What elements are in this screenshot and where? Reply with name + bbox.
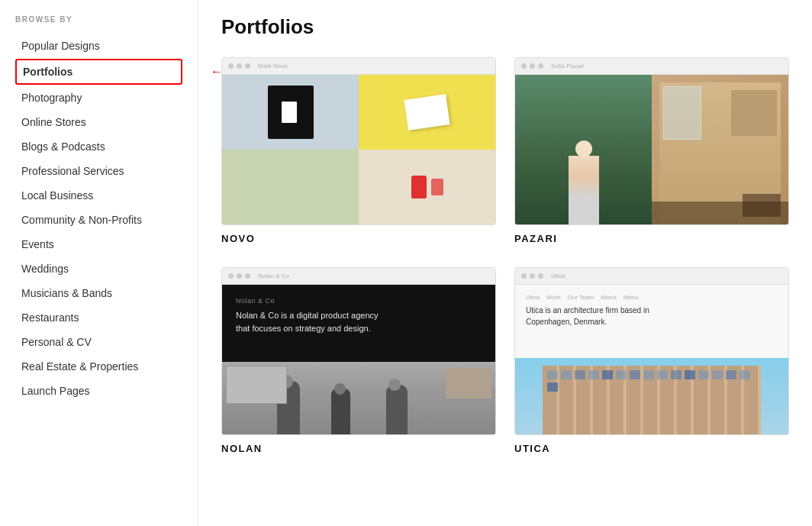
dot2 [530,273,535,279]
sidebar-item-portfolios[interactable]: Portfolios ← [15,59,182,85]
sidebar-item-musicians-bands[interactable]: Musicians & Bands [15,282,182,305]
sidebar-item-launch-pages[interactable]: Launch Pages [15,379,182,402]
novo-cell-light [359,150,495,224]
template-name-novo: NOVO [221,233,496,244]
nolan-content: Nolan & Co Nolan & Co is a digital produ… [222,285,495,434]
utica-nav: Utica Work Our Team About Menu [526,294,778,301]
sidebar-item-local-business[interactable]: Local Business [15,184,182,207]
utica-building-image [515,358,788,434]
pazari-right-panel [652,75,788,224]
utica-description: Utica is an architecture firm based in C… [526,305,663,328]
preview-bar-novo: Mark Novo [222,58,495,75]
nolan-site-title: Nolan & Co [236,297,482,305]
dot2 [530,63,535,69]
template-card-novo[interactable]: Mark Novo [221,57,496,244]
template-preview-utica: Utica Utica Work Our Team About Menu Uti… [514,267,789,435]
pazari-content [515,75,788,224]
sidebar-item-community-nonprofits[interactable]: Community & Non-Profits [15,208,182,231]
sidebar-item-blogs-podcasts[interactable]: Blogs & Podcasts [15,135,182,158]
utica-facade [543,366,761,434]
sidebar-item-events[interactable]: Events [15,233,182,256]
pazari-left-panel [515,75,652,224]
dot3 [245,273,250,279]
dot1 [521,273,527,279]
template-name-utica: UTICA [514,443,789,454]
dot1 [228,63,234,69]
preview-bar-pazari: Sofia Pazari [515,58,788,75]
sidebar-item-professional-services[interactable]: Professional Services [15,160,182,182]
novo-cell-yellow [359,75,495,150]
sidebar-item-real-estate[interactable]: Real Estate & Properties [15,355,182,378]
dot2 [237,63,242,69]
sidebar-item-popular-designs[interactable]: Popular Designs [15,34,182,57]
nolan-people-image [222,362,495,434]
dot3 [245,63,250,69]
sidebar-item-weddings[interactable]: Weddings [15,257,182,280]
novo-content [222,75,495,224]
template-preview-novo: Mark Novo [221,57,496,225]
template-preview-nolan: Nolan & Co Nolan & Co Nolan & Co is a di… [221,267,496,435]
sidebar: BROWSE BY Popular Designs Portfolios ← P… [0,0,198,526]
template-card-nolan[interactable]: Nolan & Co Nolan & Co Nolan & Co is a di… [221,267,496,454]
novo-cell-dark [222,75,359,150]
preview-bar-utica: Utica [515,268,788,285]
page-title: Portfolios [221,15,789,39]
pazari-grid [515,75,788,224]
template-card-utica[interactable]: Utica Utica Work Our Team About Menu Uti… [514,267,789,454]
nolan-dark-bg: Nolan & Co Nolan & Co is a digital produ… [222,285,495,434]
browse-by-label: BROWSE BY [15,15,182,24]
template-grid: Mark Novo [221,57,789,454]
template-name-nolan: NOLAN [221,443,496,454]
sidebar-item-photography[interactable]: Photography [15,86,182,109]
novo-grid [222,75,495,224]
nolan-image [222,362,495,434]
nolan-tagline: Nolan & Co is a digital product agency t… [236,309,388,334]
dot3 [538,63,543,69]
main-content: Portfolios Mark Novo [198,0,812,526]
template-name-pazari: PAZARI [514,233,789,244]
url-bar: Nolan & Co [253,273,489,279]
novo-cell-green [222,150,359,224]
url-bar: Mark Novo [253,63,489,69]
dot2 [237,273,242,279]
sidebar-item-online-stores[interactable]: Online Stores [15,111,182,134]
url-bar: Sofia Pazari [546,63,782,69]
dot1 [228,273,234,279]
template-preview-pazari: Sofia Pazari [514,57,789,225]
preview-bar-nolan: Nolan & Co [222,268,495,285]
dot3 [538,273,543,279]
sidebar-item-personal-cv[interactable]: Personal & CV [15,331,182,353]
url-bar: Utica [546,273,782,279]
utica-content: Utica Work Our Team About Menu Utica is … [515,285,788,434]
template-card-pazari[interactable]: Sofia Pazari [514,57,789,244]
utica-light-bg: Utica Work Our Team About Menu Utica is … [515,285,788,434]
dot1 [521,63,527,69]
sidebar-item-restaurants[interactable]: Restaurants [15,306,182,329]
